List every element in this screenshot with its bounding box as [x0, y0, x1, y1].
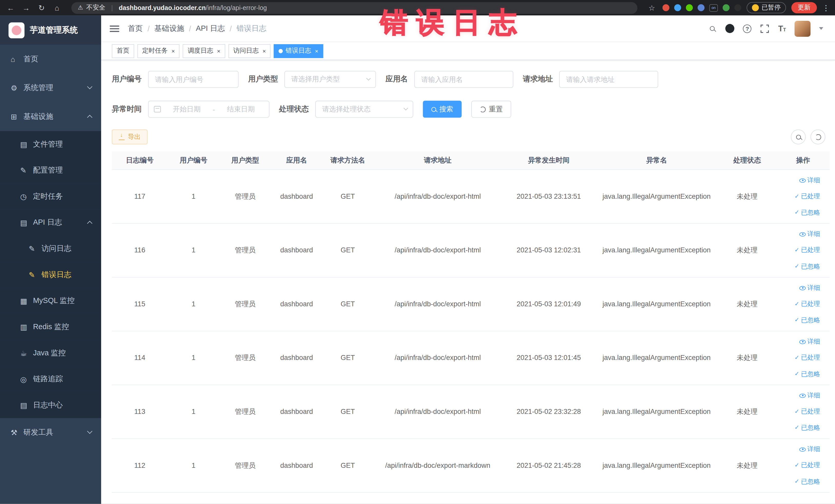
- processed-link[interactable]: ✓已处理: [794, 300, 820, 309]
- ignored-link[interactable]: ✓已忽略: [794, 262, 820, 271]
- sidebar-item-access-log[interactable]: ✎访问日志: [0, 236, 101, 262]
- sidebar-item-file[interactable]: ▤文件管理: [0, 131, 101, 157]
- chevron-down-icon[interactable]: [819, 27, 823, 30]
- detail-link[interactable]: 详细: [799, 283, 820, 293]
- detail-link[interactable]: 详细: [799, 337, 820, 346]
- table-row: 1161管理员dashboardGET/api/infra/db-doc/exp…: [112, 224, 830, 278]
- sidebar-item-system[interactable]: ⚙系统管理: [0, 74, 101, 102]
- sidebar-item-job[interactable]: ◷定时任务: [0, 183, 101, 209]
- cell-app: dashboard: [271, 353, 322, 363]
- sidebar-item-mysql[interactable]: ▦MySQL 监控: [0, 287, 101, 314]
- close-icon[interactable]: ×: [315, 48, 318, 54]
- column-header: 日志编号: [112, 156, 168, 165]
- breadcrumb-item[interactable]: API 日志: [196, 24, 225, 33]
- sidebar-item-redis[interactable]: ▥Redis 监控: [0, 314, 101, 340]
- row-actions: 详细✓已处理✓已忽略: [776, 229, 830, 271]
- cell-exception: java.lang.IllegalArgumentException: [595, 353, 718, 363]
- extension-icon[interactable]: [698, 4, 705, 11]
- ignored-link[interactable]: ✓已忽略: [794, 316, 820, 325]
- sidebar-item-api-log[interactable]: ▤API 日志: [0, 209, 101, 236]
- detail-link[interactable]: 详细: [799, 391, 820, 400]
- processed-link[interactable]: ✓已处理: [794, 407, 820, 417]
- tab-job[interactable]: 定时任务×: [137, 44, 180, 58]
- detail-link[interactable]: 详细: [799, 176, 820, 185]
- processed-link[interactable]: ✓已处理: [794, 461, 820, 470]
- app-name-input[interactable]: [414, 71, 513, 88]
- sidebar-item-log-center[interactable]: ▤日志中心: [0, 392, 101, 418]
- cell-app: dashboard: [271, 407, 322, 417]
- close-icon[interactable]: ×: [171, 48, 175, 54]
- close-icon[interactable]: ×: [263, 48, 266, 54]
- bookmark-star-icon[interactable]: ☆: [647, 3, 657, 12]
- avatar[interactable]: [794, 21, 810, 37]
- ignored-link[interactable]: ✓已忽略: [794, 369, 820, 379]
- tab-error-log[interactable]: 错误日志×: [274, 44, 323, 58]
- back-button[interactable]: ←: [5, 3, 16, 12]
- detail-link[interactable]: 详细: [799, 445, 820, 454]
- exception-time-range-picker[interactable]: 开始日期 - 结束日期: [148, 101, 269, 118]
- breadcrumb-item[interactable]: 基础设施: [154, 24, 184, 33]
- toggle-search-button[interactable]: [791, 129, 806, 144]
- extension-icon[interactable]: [734, 4, 741, 11]
- sidebar-item-java[interactable]: ☕Java 监控: [0, 340, 101, 366]
- tab-job-log[interactable]: 调度日志×: [183, 44, 225, 58]
- request-url-label: 请求地址: [523, 75, 553, 84]
- extension-icon[interactable]: [663, 4, 669, 11]
- sidebar-item-error-log[interactable]: ✎错误日志: [0, 262, 101, 288]
- cell-status: 未处理: [718, 191, 776, 202]
- search-icon[interactable]: [708, 26, 717, 31]
- processed-link[interactable]: ✓已处理: [794, 192, 820, 201]
- process-status-select[interactable]: 请选择处理状态: [315, 101, 413, 118]
- processed-link[interactable]: ✓已处理: [794, 246, 820, 255]
- sidebar-logo-row[interactable]: 芋道管理系统: [0, 15, 101, 45]
- extension-icon[interactable]: [686, 4, 693, 11]
- sidebar-item-dev-tools[interactable]: ⚒研发工具: [0, 418, 101, 447]
- sidebar-item-config[interactable]: ✎配置管理: [0, 157, 101, 183]
- close-icon[interactable]: ×: [217, 48, 220, 54]
- tab-home[interactable]: 首页: [112, 44, 134, 58]
- sidebar-item-tracing[interactable]: ◎链路追踪: [0, 366, 101, 392]
- font-size-icon[interactable]: TT: [778, 24, 786, 33]
- menu-kebab-icon[interactable]: ⋮: [822, 3, 830, 12]
- fullscreen-icon[interactable]: [760, 24, 770, 33]
- search-button[interactable]: 搜索: [423, 101, 462, 118]
- help-icon[interactable]: ?: [743, 24, 752, 33]
- cell-user_id: 1: [168, 191, 220, 202]
- reload-button[interactable]: ↻: [36, 3, 47, 12]
- update-button[interactable]: 更新: [791, 2, 817, 13]
- extension-badge[interactable]: on: [709, 4, 718, 12]
- hamburger-icon[interactable]: [109, 25, 119, 32]
- detail-link[interactable]: 详细: [799, 229, 820, 239]
- user-type-select[interactable]: 请选择用户类型: [284, 71, 376, 88]
- process-status-placeholder: 请选择处理状态: [322, 104, 371, 114]
- user-id-input[interactable]: [148, 71, 239, 88]
- breadcrumb-item[interactable]: 首页: [128, 24, 143, 33]
- paused-badge[interactable]: 已暂停: [747, 2, 786, 13]
- ignored-link[interactable]: ✓已忽略: [794, 423, 820, 432]
- tab-label: 错误日志: [286, 46, 311, 55]
- request-url-input[interactable]: [559, 71, 658, 88]
- column-header: 用户编号: [168, 156, 220, 165]
- table-row: 1141管理员dashboardGET/api/infra/db-doc/exp…: [112, 331, 830, 385]
- github-icon[interactable]: [726, 24, 734, 33]
- refresh-button[interactable]: [811, 129, 826, 144]
- home-button[interactable]: ⌂: [52, 3, 62, 12]
- cell-time: 2021-05-02 21:45:28: [502, 461, 595, 471]
- sidebar-item-home[interactable]: ⌂首页: [0, 45, 101, 74]
- extension-icon[interactable]: [722, 4, 730, 11]
- table-row: 1151管理员dashboardGET/api/infra/db-doc/exp…: [112, 278, 830, 331]
- url-bar[interactable]: ⚠ 不安全 | dashboard.yudao.iocoder.cn/infra…: [72, 2, 637, 14]
- extension-icon[interactable]: [674, 4, 681, 11]
- ignored-link[interactable]: ✓已忽略: [794, 208, 820, 218]
- sidebar-item-infra[interactable]: ⊞基础设施: [0, 102, 101, 131]
- cell-status: 未处理: [718, 245, 776, 256]
- ignored-link[interactable]: ✓已忽略: [794, 477, 820, 486]
- tab-access-log[interactable]: 访问日志×: [228, 44, 271, 58]
- export-button[interactable]: 导出: [112, 129, 148, 144]
- reset-button[interactable]: 重置: [471, 101, 511, 118]
- process-status-label: 处理状态: [279, 104, 309, 114]
- forward-button[interactable]: →: [21, 3, 31, 12]
- cell-user_type: 管理员: [220, 353, 271, 363]
- tab-label: 访问日志: [233, 46, 259, 55]
- processed-link[interactable]: ✓已处理: [794, 353, 820, 363]
